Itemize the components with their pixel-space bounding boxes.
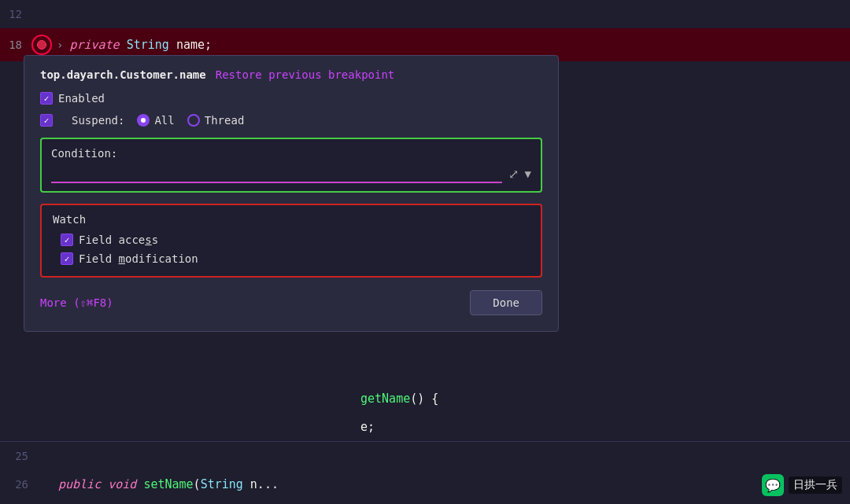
dialog-header: top.dayarch.Customer.name Restore previo…	[40, 68, 542, 81]
enabled-row: Enabled	[40, 92, 542, 105]
radio-all-circle	[137, 114, 150, 127]
code-line-rb1: getName () {	[354, 384, 850, 413]
condition-input[interactable]	[51, 164, 502, 183]
line-number-12: 12	[0, 8, 31, 20]
code-line-12: 12	[0, 0, 850, 28]
condition-input-row: ⤢ ▼	[51, 164, 531, 183]
code-punct: ;	[205, 38, 212, 52]
enabled-checkbox[interactable]: Enabled	[40, 92, 105, 105]
radio-all[interactable]: All	[137, 114, 174, 127]
code-line-25: 25	[0, 442, 850, 470]
suspend-row: Suspend: All Thread	[40, 114, 542, 127]
expand-icon[interactable]: ⤢	[508, 167, 519, 182]
watch-label: Watch	[53, 213, 530, 226]
watermark: 💬 日拱一兵	[762, 474, 842, 496]
restore-breakpoint-link[interactable]: Restore previous breakpoint	[216, 68, 395, 81]
arrow-indicator: ›	[57, 39, 63, 51]
condition-box: Condition: ⤢ ▼	[40, 138, 542, 193]
dropdown-icon[interactable]: ▼	[525, 167, 531, 180]
radio-all-label: All	[154, 114, 174, 127]
radio-thread[interactable]: Thread	[187, 114, 245, 127]
suspend-label: Suspend:	[72, 114, 124, 127]
suspend-checkbox[interactable]	[40, 114, 53, 127]
bottom-code-lines: 25 26 public void setName ( String n...	[0, 441, 850, 504]
code-type: String	[127, 38, 176, 52]
field-access-checkbox[interactable]: Field access	[61, 234, 530, 246]
suspend-checkbox-box	[40, 114, 53, 127]
enabled-checkbox-box	[40, 92, 53, 105]
breakpoint-icon[interactable]	[31, 35, 52, 55]
code-keyword: private	[69, 38, 126, 52]
breakpoint-inner	[37, 40, 46, 50]
code-line-26: 26 public void setName ( String n...	[0, 470, 850, 498]
watermark-text: 日拱一兵	[789, 476, 842, 494]
code-line-rb2: e;	[354, 413, 850, 441]
enabled-label: Enabled	[58, 92, 105, 105]
breakpoint-dialog: top.dayarch.Customer.name Restore previo…	[24, 55, 559, 332]
condition-label: Condition:	[51, 147, 531, 160]
dialog-title: top.dayarch.Customer.name	[40, 68, 206, 81]
line-number-18: 18	[0, 39, 31, 51]
radio-thread-label: Thread	[205, 114, 245, 127]
dialog-footer: More (⇧⌘F8) Done	[40, 290, 542, 315]
field-modification-checkbox-box	[61, 252, 73, 265]
field-modification-checkbox[interactable]: Field modification	[61, 252, 530, 265]
radio-thread-circle	[187, 114, 200, 127]
watch-options: Field access Field modification	[53, 234, 530, 265]
suspend-radio-group: All Thread	[137, 114, 244, 127]
code-var: name	[176, 38, 205, 52]
more-link[interactable]: More (⇧⌘F8)	[40, 296, 113, 309]
right-code-bottom: getName () { e;	[354, 384, 850, 441]
wechat-icon: 💬	[762, 474, 784, 496]
field-access-checkbox-box	[61, 234, 73, 246]
field-modification-label: Field modification	[79, 252, 198, 265]
done-button[interactable]: Done	[470, 290, 542, 315]
watch-box: Watch Field access Field modification	[40, 204, 542, 278]
field-access-label: Field access	[79, 234, 158, 246]
